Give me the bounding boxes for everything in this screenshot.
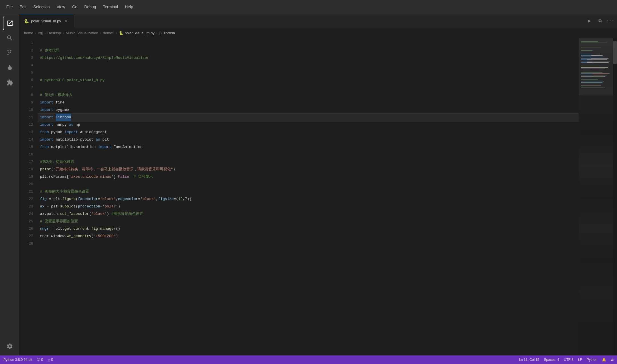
svg-rect-2 [581, 47, 601, 47]
tab-bar: 🐍 polar_visual_m.py × ▶ ⧉ ··· [19, 14, 617, 28]
line-7 [38, 84, 579, 91]
settings-icon[interactable] [3, 339, 17, 353]
breadcrumb: home › xgj › Desktop › Music_Visualizati… [19, 28, 617, 38]
svg-rect-17 [587, 62, 609, 63]
minimap-code-preview [579, 38, 613, 295]
line-15: from matplotlib.animation import FuncAni… [38, 143, 579, 151]
tab-filename: polar_visual_m.py [31, 19, 61, 23]
svg-rect-18 [581, 66, 600, 66]
breadcrumb-music-vis[interactable]: Music_Visualization [66, 31, 98, 35]
line-24: ax.patch.set_facecolor('black') #图形背景颜色设… [38, 210, 579, 218]
line-13: from pydub import AudioSegment [38, 129, 579, 136]
line-12: import numpy as np [38, 121, 579, 129]
extensions-icon[interactable] [3, 76, 17, 89]
python-breadcrumb-icon: 🐍 [119, 31, 123, 35]
svg-rect-24 [593, 73, 609, 74]
vertical-scrollbar[interactable] [613, 38, 617, 355]
line-18: print("开始格式转换，请等待，一会马上就会播放音乐，请欣赏音乐和可视化") [38, 166, 579, 173]
code-content[interactable]: # 参考代码 #https://github.com/hahacyd/Simpl… [38, 38, 579, 355]
bracket-icon: {} [159, 31, 162, 35]
minimap[interactable] [579, 38, 613, 355]
line-5 [38, 69, 579, 77]
menu-edit[interactable]: Edit [17, 3, 29, 10]
split-editor-button[interactable]: ⧉ [595, 16, 604, 25]
breadcrumb-home[interactable]: home [24, 31, 33, 35]
line-17: #第2步：初始化设置 [38, 158, 579, 166]
code-editor[interactable]: 1 2 3 4 5 6 7 8 9 10 11 12 13 14 15 16 1… [19, 38, 617, 355]
error-icon: ⓪ [37, 358, 40, 362]
line-4 [38, 62, 579, 69]
scrollbar-thumb[interactable] [613, 41, 617, 64]
svg-rect-31 [581, 82, 602, 83]
warning-icon: △ [48, 358, 50, 362]
svg-rect-15 [587, 61, 610, 61]
debug-icon[interactable] [3, 61, 17, 75]
svg-rect-7 [591, 55, 603, 56]
line-1 [38, 39, 579, 47]
line-25: # 设置显示界面的位置 [38, 218, 579, 225]
svg-rect-1 [581, 43, 607, 43]
encoding-status[interactable]: UTF-8 [564, 358, 574, 362]
line-22: fig = plt.figure(facecolor='black',edgec… [38, 195, 579, 203]
svg-rect-13 [587, 59, 607, 60]
python-file-icon: 🐍 [24, 19, 29, 23]
svg-rect-21 [590, 69, 599, 69]
line-11: import librosa [38, 114, 579, 121]
menu-help[interactable]: Help [122, 3, 136, 10]
svg-rect-28 [593, 76, 603, 77]
status-bar: Python 3.8.0 64-bit ⓪ 0 △ 0 Ln 11, Col 1… [0, 355, 617, 364]
menu-debug[interactable]: Debug [81, 3, 99, 10]
menu-bar: File Edit Selection View Go Debug Termin… [0, 0, 617, 14]
line-numbers: 1 2 3 4 5 6 7 8 9 10 11 12 13 14 15 16 1… [19, 38, 38, 355]
menu-go[interactable]: Go [69, 3, 80, 10]
errors-status[interactable]: ⓪ 0 [37, 357, 43, 362]
sync-icon[interactable]: ⇄ [611, 358, 614, 362]
more-actions-button[interactable]: ··· [606, 16, 615, 25]
status-left: Python 3.8.0 64-bit ⓪ 0 △ 0 [3, 357, 53, 362]
explorer-icon[interactable] [3, 16, 17, 30]
svg-rect-30 [581, 81, 604, 81]
line-2: # 参考代码 [38, 47, 579, 54]
line-14: import matplotlib.pyplot as plt [38, 136, 579, 143]
status-right: Ln 11, Col 15 Spaces: 4 UTF-8 LF Python … [519, 358, 614, 362]
language-status[interactable]: Python [587, 358, 597, 362]
python-version-status[interactable]: Python 3.8.0 64-bit [3, 358, 32, 362]
line-28 [38, 240, 579, 247]
notification-bell-icon[interactable]: 🔔 [602, 358, 606, 362]
breadcrumb-file[interactable]: 🐍 polar_visual_m.py [119, 31, 155, 35]
line-16 [38, 151, 579, 158]
activity-bar-bottom [3, 339, 17, 353]
line-ending-status[interactable]: LF [578, 358, 582, 362]
line-23: ax = plt.subplot(projection='polar') [38, 203, 579, 210]
menu-selection[interactable]: Selection [31, 3, 53, 10]
svg-rect-22 [581, 72, 602, 73]
run-button[interactable]: ▶ [585, 16, 594, 25]
line-26: mngr = plt.get_current_fig_manager() [38, 225, 579, 233]
line-20 [38, 181, 579, 188]
warnings-status[interactable]: △ 0 [48, 358, 53, 362]
tab-close-button[interactable]: × [63, 18, 69, 24]
svg-rect-32 [581, 85, 601, 86]
svg-rect-26 [593, 75, 604, 75]
search-icon[interactable] [3, 31, 17, 45]
breadcrumb-xgj[interactable]: xgj [38, 31, 43, 35]
svg-rect-29 [581, 79, 598, 80]
menu-file[interactable]: File [3, 3, 16, 10]
line-8: # 第1步：模块导入 [38, 91, 579, 99]
source-control-icon[interactable] [3, 46, 17, 60]
activity-bar [0, 14, 19, 355]
main-area: 🐍 polar_visual_m.py × ▶ ⧉ ··· home › xgj… [0, 14, 617, 355]
active-tab[interactable]: 🐍 polar_visual_m.py × [19, 14, 74, 28]
breadcrumb-demo5[interactable]: demo5 [103, 31, 114, 35]
line-21: # 画布的大小和背景颜色设置 [38, 188, 579, 195]
menu-terminal[interactable]: Terminal [100, 3, 121, 10]
line-9: import time [38, 99, 579, 106]
svg-rect-0 [581, 41, 598, 42]
tab-actions: ▶ ⧉ ··· [583, 14, 617, 28]
svg-rect-33 [581, 87, 605, 87]
menu-view[interactable]: View [54, 3, 68, 10]
svg-rect-3 [581, 50, 592, 51]
cursor-position-status[interactable]: Ln 11, Col 15 [519, 358, 539, 362]
breadcrumb-desktop[interactable]: Desktop [47, 31, 61, 35]
spaces-status[interactable]: Spaces: 4 [544, 358, 559, 362]
